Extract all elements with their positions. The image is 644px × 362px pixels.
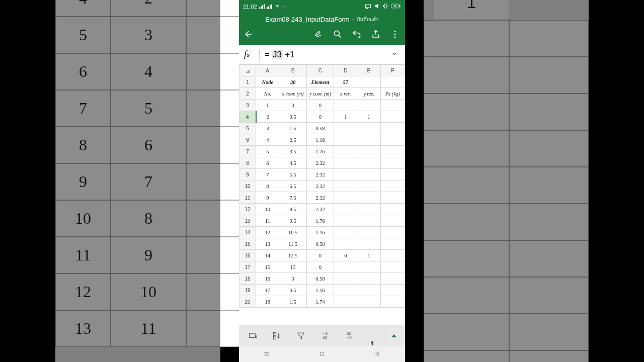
formula-bar[interactable]: fx =J3 +1 bbox=[239, 45, 405, 64]
back-button[interactable] bbox=[244, 29, 254, 41]
cell[interactable] bbox=[380, 180, 405, 192]
cell[interactable]: 0.58 bbox=[306, 238, 334, 250]
col-header-F[interactable]: F bbox=[380, 65, 405, 76]
cell[interactable] bbox=[334, 134, 357, 146]
cell[interactable]: 3 bbox=[256, 123, 279, 134]
cell[interactable] bbox=[357, 180, 380, 192]
cell[interactable]: 9 bbox=[256, 192, 279, 204]
cell[interactable]: 10.5 bbox=[279, 227, 306, 238]
cell[interactable]: 13 bbox=[279, 261, 306, 273]
home-button[interactable] bbox=[318, 350, 326, 358]
cell[interactable]: 15 bbox=[256, 261, 279, 273]
cell[interactable] bbox=[380, 273, 405, 285]
cell[interactable]: 1 bbox=[334, 111, 357, 123]
cell[interactable] bbox=[357, 238, 380, 250]
comma-format-icon[interactable]: , bbox=[362, 328, 382, 344]
cell[interactable]: 0.5 bbox=[279, 285, 306, 296]
cell[interactable] bbox=[357, 215, 380, 227]
cell[interactable]: 0 bbox=[306, 111, 334, 123]
cell[interactable] bbox=[357, 134, 380, 146]
cell[interactable] bbox=[380, 157, 405, 169]
row-header[interactable]: 15 bbox=[239, 238, 256, 250]
cell[interactable]: 9.5 bbox=[279, 215, 306, 227]
cell[interactable] bbox=[357, 273, 380, 285]
cell[interactable] bbox=[380, 238, 405, 250]
cell[interactable] bbox=[334, 261, 357, 273]
cell[interactable] bbox=[334, 238, 357, 250]
recents-button[interactable] bbox=[263, 350, 271, 358]
cell[interactable]: 0 bbox=[306, 100, 334, 111]
cell[interactable]: 16 bbox=[256, 273, 279, 285]
expand-toolbar-icon[interactable] bbox=[386, 328, 401, 344]
cell[interactable]: 5 bbox=[256, 146, 279, 157]
cell[interactable] bbox=[380, 169, 405, 180]
cell[interactable] bbox=[334, 169, 357, 180]
cell[interactable] bbox=[334, 285, 357, 296]
cell[interactable]: 1.16 bbox=[306, 134, 334, 146]
cell[interactable] bbox=[380, 192, 405, 204]
row-header[interactable]: 12 bbox=[239, 204, 256, 215]
cell[interactable] bbox=[357, 227, 380, 238]
col-header-C[interactable]: C bbox=[306, 65, 334, 76]
row-header[interactable]: 1 bbox=[239, 76, 256, 88]
cell[interactable]: 13 bbox=[256, 238, 279, 250]
cell[interactable]: 7.5 bbox=[279, 192, 306, 204]
row-header[interactable]: 9 bbox=[239, 169, 256, 180]
draw-icon[interactable] bbox=[313, 29, 324, 41]
cell[interactable] bbox=[380, 285, 405, 296]
cell[interactable] bbox=[380, 123, 405, 134]
cell[interactable]: y res. bbox=[357, 88, 380, 100]
cell[interactable] bbox=[357, 123, 380, 134]
row-header[interactable]: 18 bbox=[239, 273, 256, 285]
cell[interactable]: 1.16 bbox=[306, 227, 334, 238]
col-header-A[interactable]: A bbox=[256, 65, 279, 76]
cell[interactable] bbox=[357, 146, 380, 157]
col-header-B[interactable]: B bbox=[279, 65, 306, 76]
row-header[interactable]: 17 bbox=[239, 261, 256, 273]
row-header[interactable]: 2 bbox=[239, 88, 256, 100]
cell[interactable]: 57 bbox=[334, 76, 357, 88]
cell[interactable]: 1 bbox=[357, 111, 380, 123]
cell[interactable]: 0 bbox=[306, 261, 334, 273]
cell[interactable] bbox=[380, 204, 405, 215]
cell[interactable]: 1 bbox=[256, 100, 279, 111]
col-header-E[interactable]: E bbox=[357, 65, 380, 76]
cell[interactable]: 0 bbox=[306, 250, 334, 261]
cell[interactable]: 2.5 bbox=[279, 134, 306, 146]
cell[interactable] bbox=[380, 227, 405, 238]
cell[interactable] bbox=[380, 111, 405, 123]
cell[interactable]: 0 bbox=[334, 250, 357, 261]
row-header[interactable]: 4 bbox=[239, 111, 256, 123]
cell[interactable]: 2.32 bbox=[306, 169, 334, 180]
cell[interactable] bbox=[334, 180, 357, 192]
select-all-corner[interactable] bbox=[239, 65, 256, 76]
cell[interactable]: x res. bbox=[334, 88, 357, 100]
cell[interactable] bbox=[357, 157, 380, 169]
share-icon[interactable] bbox=[371, 29, 381, 41]
cell[interactable] bbox=[334, 273, 357, 285]
filter-icon[interactable] bbox=[291, 328, 311, 344]
cell[interactable] bbox=[334, 215, 357, 227]
cell[interactable]: 0.5 bbox=[279, 111, 306, 123]
formula-content[interactable]: =J3 +1 bbox=[265, 50, 391, 60]
cell[interactable]: 10 bbox=[256, 204, 279, 215]
cell[interactable]: 2 bbox=[256, 111, 279, 123]
cell[interactable]: x coor. (m) bbox=[279, 88, 306, 100]
cell[interactable]: 11.5 bbox=[279, 238, 306, 250]
cell[interactable] bbox=[357, 285, 380, 296]
cell[interactable] bbox=[357, 100, 380, 111]
cell[interactable]: 5.5 bbox=[279, 169, 306, 180]
cell[interactable]: 2.32 bbox=[306, 180, 334, 192]
cell[interactable]: 8.5 bbox=[279, 204, 306, 215]
cell[interactable]: 4.5 bbox=[279, 157, 306, 169]
cell[interactable]: 1.76 bbox=[306, 215, 334, 227]
cell[interactable] bbox=[380, 215, 405, 227]
cell[interactable]: 12 bbox=[256, 227, 279, 238]
sort-icon[interactable] bbox=[267, 328, 287, 344]
cell[interactable] bbox=[380, 146, 405, 157]
cell[interactable] bbox=[334, 123, 357, 134]
cell[interactable]: 3.5 bbox=[279, 146, 306, 157]
cell[interactable] bbox=[334, 157, 357, 169]
cell[interactable]: 2.32 bbox=[306, 204, 334, 215]
cell[interactable] bbox=[334, 100, 357, 111]
